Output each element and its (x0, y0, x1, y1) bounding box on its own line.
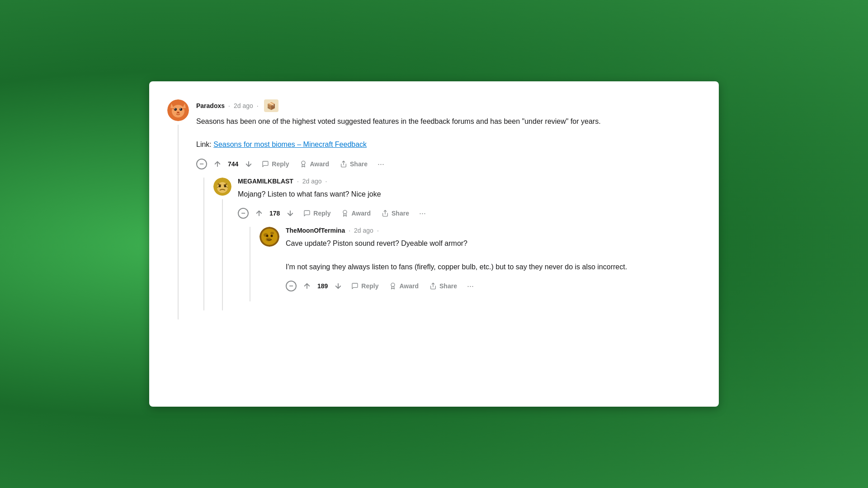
svg-point-6 (174, 108, 177, 111)
comment-body-moon: TheMoonOfTermina · 2d ago · Cave update?… (286, 227, 696, 301)
username-moonoftermina: TheMoonOfTermina (286, 227, 345, 234)
reply-button-moon[interactable]: Reply (347, 280, 383, 292)
comment-megamilkblast: MEGAMILKBLAST · 2d ago · Mojang? Listen … (213, 178, 696, 310)
upvote-button-paradoxs[interactable] (211, 158, 224, 170)
reply-icon-mega (303, 210, 311, 217)
comment-text-moon: Cave update? Piston sound revert? Dyeabl… (286, 238, 696, 272)
award-button-moon[interactable]: Award (385, 280, 423, 292)
svg-point-9 (180, 108, 181, 109)
share-button-mega[interactable]: Share (377, 207, 414, 220)
timestamp-mega: 2d ago (302, 178, 322, 185)
svg-point-25 (266, 238, 271, 241)
downvote-button-mega[interactable] (283, 207, 297, 219)
thread-line-1 (178, 125, 179, 319)
share-icon-moon (429, 282, 437, 290)
collapse-button-moon[interactable]: − (286, 281, 297, 291)
timestamp-paradoxs: 2d ago (234, 102, 253, 109)
vote-count-moon: 189 (316, 282, 330, 290)
svg-point-7 (179, 108, 182, 111)
comment-header-paradoxs: Paradoxs · 2d ago · 📦 (196, 99, 696, 112)
comments-card: Paradoxs · 2d ago · 📦 Seasons has been o… (149, 81, 719, 407)
comment-body-paradoxs: Paradoxs · 2d ago · 📦 Seasons has been o… (196, 99, 696, 319)
feedback-link[interactable]: Seasons for most biomes – Minecraft Feed… (213, 141, 367, 148)
award-icon-mega (341, 210, 349, 217)
svg-point-24 (270, 232, 274, 235)
avatar-image-paradoxs (167, 99, 189, 121)
award-icon-moon (389, 282, 396, 290)
avatar-moonoftermina (259, 227, 279, 247)
downvote-icon-moon (334, 282, 342, 290)
svg-point-17 (224, 185, 226, 187)
comment-moonoftermina: TheMoonOfTermina · 2d ago · Cave update?… (259, 227, 696, 301)
share-button-moon[interactable]: Share (425, 280, 462, 292)
downvote-button-paradoxs[interactable] (242, 158, 255, 170)
flair-paradoxs: 📦 (264, 99, 278, 112)
vote-count-paradoxs: 744 (226, 160, 240, 168)
avatar-column (167, 99, 189, 319)
username-megamilkblast: MEGAMILKBLAST (238, 178, 293, 185)
award-icon (300, 160, 307, 168)
action-bar-mega: − 178 Reply (238, 207, 696, 220)
comment-body-mega: MEGAMILKBLAST · 2d ago · Mojang? Listen … (238, 178, 696, 310)
action-bar-paradoxs: − 744 Reply Award Share (196, 158, 696, 170)
nested-replies-mega: TheMoonOfTermina · 2d ago · Cave update?… (250, 227, 696, 301)
svg-point-26 (266, 235, 269, 237)
vote-count-mega: 178 (268, 210, 282, 217)
avatar-column-mega (213, 178, 231, 310)
reply-icon-moon (351, 282, 359, 290)
more-button-moon[interactable]: ··· (463, 280, 477, 292)
collapse-button-mega[interactable]: − (238, 208, 249, 219)
timestamp-moon: 2d ago (354, 227, 373, 234)
upvote-button-mega[interactable] (252, 207, 266, 219)
comment-header-mega: MEGAMILKBLAST · 2d ago · (238, 178, 696, 185)
thread-line-mega (222, 199, 223, 310)
avatar-image-moonoftermina (259, 227, 279, 247)
svg-point-8 (175, 108, 175, 109)
comment-text-mega: Mojang? Listen to what fans want? Nice j… (238, 188, 696, 200)
replies-paradoxs: MEGAMILKBLAST · 2d ago · Mojang? Listen … (203, 178, 696, 310)
award-button-mega[interactable]: Award (337, 207, 375, 220)
comment-text-paradoxs: Seasons has been one of the highest vote… (196, 116, 696, 150)
comment-paradoxs: Paradoxs · 2d ago · 📦 Seasons has been o… (167, 99, 696, 319)
collapse-button-paradoxs[interactable]: − (196, 159, 207, 169)
svg-point-1 (172, 105, 184, 117)
avatar-image-megamilkblast (213, 178, 231, 196)
upvote-button-moon[interactable] (300, 280, 314, 292)
avatar-megamilkblast (213, 178, 231, 196)
share-icon (340, 160, 347, 168)
award-button-paradoxs[interactable]: Award (295, 158, 334, 170)
comment-header-moon: TheMoonOfTermina · 2d ago · (286, 227, 696, 234)
more-button-paradoxs[interactable]: ··· (374, 158, 388, 170)
avatar-paradoxs (167, 99, 189, 121)
share-button-paradoxs[interactable]: Share (335, 158, 372, 170)
upvote-icon-moon (303, 282, 311, 290)
share-icon-mega (382, 210, 389, 217)
username-paradoxs: Paradoxs (196, 102, 225, 109)
reply-icon (262, 160, 269, 168)
downvote-button-moon[interactable] (331, 280, 345, 292)
upvote-icon-mega (255, 209, 263, 217)
reply-button-paradoxs[interactable]: Reply (257, 158, 293, 170)
reply-button-mega[interactable]: Reply (299, 207, 335, 220)
more-button-mega[interactable]: ··· (415, 207, 429, 219)
svg-point-27 (271, 235, 273, 237)
svg-point-10 (177, 112, 179, 113)
downvote-icon (245, 160, 253, 168)
svg-point-22 (261, 229, 278, 245)
action-bar-moon: − 189 (286, 280, 696, 292)
svg-point-16 (219, 185, 221, 187)
downvote-icon-mega (286, 209, 294, 217)
upvote-icon (213, 160, 222, 168)
